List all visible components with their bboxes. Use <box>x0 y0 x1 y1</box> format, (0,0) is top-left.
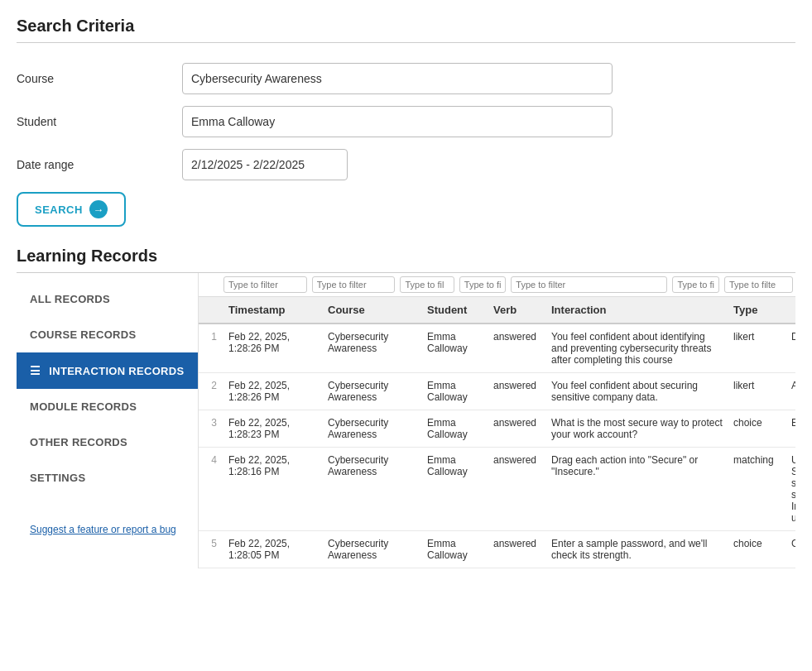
row-type: likert <box>728 373 786 410</box>
row-type: choice <box>728 410 786 448</box>
date-range-row: Date range <box>17 149 795 180</box>
course-label: Course <box>17 72 182 85</box>
row-verb: answered <box>488 324 546 373</box>
student-row: Student <box>17 106 795 137</box>
sidebar-item-module-records[interactable]: MODULE RECORDS <box>17 389 198 424</box>
learning-records-section: Learning Records ALL RECORDS COURSE RECO… <box>17 247 795 568</box>
row-num: 1 <box>199 324 223 373</box>
records-table: Timestamp Course Student Verb Interactio… <box>199 297 795 568</box>
module-records-label: MODULE RECORDS <box>30 400 137 413</box>
row-num: 5 <box>199 531 223 568</box>
sidebar-item-all-records[interactable]: ALL RECORDS <box>17 281 198 317</box>
row-student: Emma Calloway <box>422 373 488 410</box>
col-header-result <box>786 297 795 324</box>
row-course: Cybersecurity Awareness <box>323 324 422 373</box>
row-num: 2 <box>199 373 223 410</box>
row-interaction: What is the most secure way to protect y… <box>546 410 728 448</box>
sidebar-item-interaction-records[interactable]: ☰ INTERACTION RECORDS <box>17 352 198 389</box>
sidebar-item-settings[interactable]: SETTINGS <box>17 460 198 496</box>
col-header-course: Course <box>323 297 422 324</box>
table-row: 2 Feb 22, 2025, 1:28:26 PM Cybersecurity… <box>199 373 795 410</box>
page-wrapper: Search Criteria Course Student Date rang… <box>0 0 812 671</box>
row-course: Cybersecurity Awareness <box>323 531 422 568</box>
row-interaction: You feel confident about identifying and… <box>546 324 728 373</box>
table-row: 1 Feb 22, 2025, 1:28:26 PM Cybersecurity… <box>199 324 795 373</box>
row-type: matching <box>728 448 786 531</box>
filter-type[interactable] <box>672 276 719 293</box>
interaction-records-label: INTERACTION RECORDS <box>49 365 184 377</box>
course-records-label: COURSE RECORDS <box>30 328 136 341</box>
filter-course[interactable] <box>312 276 396 293</box>
table-area: Timestamp Course Student Verb Interactio… <box>199 273 795 568</box>
learning-records-title: Learning Records <box>17 247 795 266</box>
filter-timestamp[interactable] <box>223 276 307 293</box>
student-input[interactable] <box>182 106 613 137</box>
date-range-input[interactable] <box>182 149 348 180</box>
row-verb: answered <box>488 410 546 448</box>
suggest-link[interactable]: Suggest a feature or report a bug <box>17 512 198 547</box>
col-header-student: Student <box>422 297 488 324</box>
row-course: Cybersecurity Awareness <box>323 410 422 448</box>
filter-interaction[interactable] <box>511 276 667 293</box>
course-input[interactable] <box>182 63 613 94</box>
sidebar-item-course-records[interactable]: COURSE RECORDS <box>17 317 198 352</box>
search-button[interactable]: SEARCH → <box>17 192 126 227</box>
row-verb: answered <box>488 373 546 410</box>
settings-label: SETTINGS <box>30 472 85 484</box>
col-header-num <box>199 297 223 324</box>
col-header-timestamp: Timestamp <box>223 297 323 324</box>
row-student: Emma Calloway <box>422 410 488 448</box>
date-range-label: Date range <box>17 158 182 171</box>
row-course: Cybersecurity Awareness <box>323 373 422 410</box>
search-button-label: SEARCH <box>35 204 83 216</box>
filter-student[interactable] <box>400 276 454 293</box>
search-divider <box>17 42 795 43</box>
col-header-interaction: Interaction <box>546 297 728 324</box>
row-verb: answered <box>488 531 546 568</box>
row-timestamp: Feb 22, 2025, 1:28:05 PM <box>223 531 323 568</box>
filter-row <box>199 273 795 297</box>
row-result: Agree <box>786 373 795 410</box>
row-interaction: Drag each action into "Secure" or "Insec… <box>546 448 728 531</box>
all-records-label: ALL RECORDS <box>30 293 110 305</box>
row-course: Cybersecurity Awareness <box>323 448 422 531</box>
row-student: Emma Calloway <box>422 531 488 568</box>
student-label: Student <box>17 115 182 128</box>
row-student: Emma Calloway <box>422 448 488 531</box>
table-row: 5 Feb 22, 2025, 1:28:05 PM Cybersecurity… <box>199 531 795 568</box>
row-timestamp: Feb 22, 2025, 1:28:26 PM <box>223 373 323 410</box>
row-timestamp: Feb 22, 2025, 1:28:26 PM <box>223 324 323 373</box>
sidebar-item-other-records[interactable]: OTHER RECORDS <box>17 424 198 460</box>
row-interaction: You feel confident about securing sensit… <box>546 373 728 410</box>
row-result: G7!$dX4pL... <box>786 531 795 568</box>
row-result: Enable Mul... <box>786 410 795 448</box>
col-header-type: Type <box>728 297 786 324</box>
search-criteria-title: Search Criteria <box>17 17 795 36</box>
sidebar: ALL RECORDS COURSE RECORDS ☰ INTERACTION… <box>17 273 199 568</box>
row-verb: answered <box>488 448 546 531</box>
filter-result[interactable] <box>724 276 793 293</box>
row-num: 3 <box>199 410 223 448</box>
row-type: choice <box>728 531 786 568</box>
table-row: 4 Feb 22, 2025, 1:28:16 PM Cybersecurity… <box>199 448 795 531</box>
course-row: Course <box>17 63 795 94</box>
row-timestamp: Feb 22, 2025, 1:28:16 PM <box>223 448 323 531</box>
row-type: likert <box>728 324 786 373</box>
search-arrow-icon: → <box>89 200 108 218</box>
filter-verb[interactable] <box>459 276 507 293</box>
row-num: 4 <box>199 448 223 531</box>
interaction-records-icon: ☰ <box>30 364 41 377</box>
row-interaction: Enter a sample password, and we'll check… <box>546 531 728 568</box>
row-result: Disagree <box>786 324 795 373</box>
col-header-verb: Verb <box>488 297 546 324</box>
records-layout: ALL RECORDS COURSE RECORDS ☰ INTERACTION… <box>17 273 795 568</box>
other-records-label: OTHER RECORDS <box>30 436 127 448</box>
row-timestamp: Feb 22, 2025, 1:28:23 PM <box>223 410 323 448</box>
table-row: 3 Feb 22, 2025, 1:28:23 PM Cybersecurity… <box>199 410 795 448</box>
row-result: Using Multi Secure | Lo stepping aw same… <box>786 448 795 531</box>
row-student: Emma Calloway <box>422 324 488 373</box>
search-criteria-section: Search Criteria Course Student Date rang… <box>17 17 795 227</box>
